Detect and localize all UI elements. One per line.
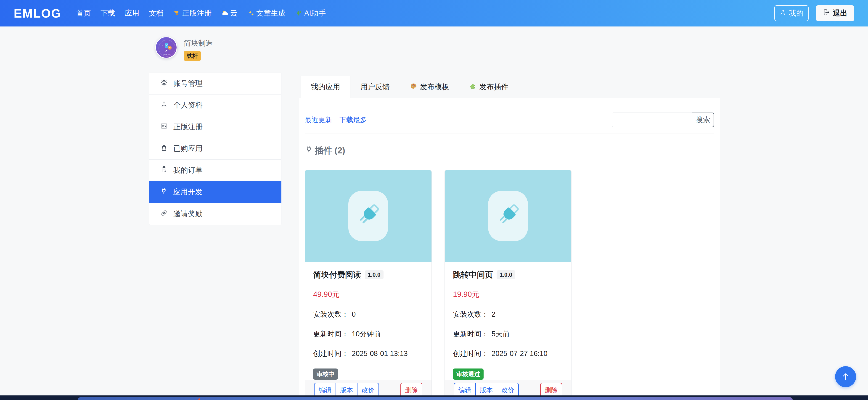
top-navbar: EMLOG 首页 下载 应用 文档 正版注册 云 文章生成 AI助手 我的 退出 — [0, 0, 868, 27]
sort-links: 最近更新 下载最多 — [305, 115, 367, 125]
plugin-price: 19.90元 — [453, 289, 563, 300]
plug-icon — [160, 187, 168, 197]
nav-item-apps[interactable]: 应用 — [125, 8, 140, 18]
plugin-card: 简块付费阅读 1.0.0 49.90元 安装次数：0 更新时间：10分钟前 创建… — [305, 170, 432, 400]
main-nav: 首页 下载 应用 文档 正版注册 云 文章生成 AI助手 — [76, 8, 326, 18]
nav-right-actions: 我的 退出 — [774, 5, 854, 21]
person-icon — [779, 9, 786, 18]
person-icon — [160, 100, 168, 110]
search-button[interactable]: 搜索 — [692, 112, 714, 127]
plugins-section-title: 插件 (2) — [305, 145, 714, 156]
plugin-price: 49.90元 — [313, 289, 423, 300]
plugin-version-badge: 1.0.0 — [497, 270, 515, 279]
site-logo[interactable]: EMLOG — [14, 6, 61, 20]
list-toolbar: 最近更新 下载最多 搜索 — [305, 112, 714, 127]
sidebar-item-invite-rewards[interactable]: 邀请奖励 — [149, 203, 281, 225]
sort-link-most-downloaded[interactable]: 下载最多 — [339, 115, 367, 125]
plugin-card-body: 简块付费阅读 1.0.0 49.90元 安装次数：0 更新时间：10分钟前 创建… — [305, 262, 432, 380]
plugin-cover-image — [305, 170, 432, 262]
username: 简块制造 — [184, 38, 213, 48]
plugin-card-body: 跳转中间页 1.0.0 19.90元 安装次数：2 更新时间：5天前 创建时间：… — [445, 262, 571, 380]
shopping-bag-icon — [160, 144, 168, 154]
logout-button[interactable]: 退出 — [816, 5, 854, 21]
nav-item-home[interactable]: 首页 — [76, 8, 91, 18]
order-list-icon — [160, 166, 168, 175]
tab-publish-template[interactable]: 发布模板 — [400, 76, 459, 98]
plug-icon — [494, 201, 522, 231]
sidebar-item-genuine-register[interactable]: 正版注册 — [149, 116, 281, 138]
plugin-name: 简块付费阅读 — [313, 269, 361, 280]
my-account-button[interactable]: 我的 — [774, 5, 809, 21]
avatar-caption: SIMBLOCK — [163, 54, 170, 56]
puzzle-icon — [469, 82, 476, 92]
plugin-created: 创建时间：2025-07-27 16:10 — [453, 349, 563, 359]
plugin-card-list: 简块付费阅读 1.0.0 49.90元 安装次数：0 更新时间：10分钟前 创建… — [305, 170, 714, 400]
plugin-installs: 安装次数：0 — [313, 309, 423, 319]
sidebar-item-account[interactable]: 账号管理 — [149, 73, 281, 95]
account-sidebar: 账号管理 个人资料 正版注册 已购应用 我的订单 应用开发 邀请奖励 — [149, 73, 281, 225]
sidebar-item-purchased-apps[interactable]: 已购应用 — [149, 138, 281, 160]
search-group: 搜索 — [612, 112, 714, 127]
search-input[interactable] — [612, 112, 692, 127]
level-badge: 铁杆 — [184, 51, 201, 61]
plugin-version-badge: 1.0.0 — [365, 270, 383, 279]
plugin-card: 跳转中间页 1.0.0 19.90元 安装次数：2 更新时间：5天前 创建时间：… — [444, 170, 571, 400]
cactus-icon — [295, 9, 303, 17]
up-arrow-icon — [841, 371, 850, 382]
tab-user-feedback[interactable]: 用户反馈 — [350, 76, 400, 98]
logout-icon — [823, 9, 830, 18]
sort-link-recent[interactable]: 最近更新 — [305, 115, 332, 125]
plugin-updated: 更新时间：10分钟前 — [313, 329, 423, 339]
main-content-panel: 我的应用 用户反馈 发布模板 发布插件 最近更新 下载最多 搜索 插件 (2) — [299, 76, 720, 400]
plugin-installs: 安装次数：2 — [453, 309, 563, 319]
tab-my-apps[interactable]: 我的应用 — [301, 76, 350, 98]
sidebar-item-app-development[interactable]: 应用开发 — [149, 181, 281, 203]
profile-info: 简块制造 铁杆 — [184, 36, 213, 61]
sparkles-icon — [247, 9, 254, 17]
plugin-name: 跳转中间页 — [453, 269, 493, 280]
content-tabs: 我的应用 用户反馈 发布模板 发布插件 — [299, 76, 720, 98]
plug-icon — [305, 145, 313, 156]
plugin-cover-image — [445, 170, 571, 262]
palette-icon — [410, 82, 417, 92]
plugin-updated: 更新时间：5天前 — [453, 329, 563, 339]
tab-panel-my-apps: 最近更新 下载最多 搜索 插件 (2) — [299, 112, 720, 400]
nav-item-cloud[interactable]: 云 — [221, 8, 238, 18]
plugin-cover-squircle — [348, 191, 388, 241]
footer-banner-bar — [78, 397, 793, 400]
trophy-icon — [173, 9, 181, 17]
plugin-cover-squircle — [488, 191, 528, 241]
user-profile-header: SIMBLOCK 简块制造 铁杆 — [155, 36, 213, 61]
sidebar-item-orders[interactable]: 我的订单 — [149, 160, 281, 181]
sun-cloud-icon — [221, 9, 228, 17]
status-badge: 审核通过 — [453, 368, 484, 380]
back-to-top-button[interactable] — [835, 366, 856, 387]
nav-item-article-gen[interactable]: 文章生成 — [247, 8, 285, 18]
status-badge: 审核中 — [313, 368, 338, 380]
gear-icon — [160, 79, 168, 88]
nav-item-ai-assistant[interactable]: AI助手 — [295, 8, 326, 18]
avatar: SIMBLOCK — [155, 36, 177, 59]
nav-item-docs[interactable]: 文档 — [149, 8, 163, 18]
tab-publish-plugin[interactable]: 发布插件 — [459, 76, 519, 98]
plug-icon — [354, 201, 382, 231]
nav-item-download[interactable]: 下载 — [100, 8, 115, 18]
sidebar-item-profile[interactable]: 个人资料 — [149, 95, 281, 116]
site-footer-strip — [0, 395, 868, 400]
link-icon — [160, 209, 168, 219]
nav-item-genuine-register[interactable]: 正版注册 — [173, 8, 212, 18]
id-card-icon — [160, 122, 168, 132]
plugin-created: 创建时间：2025-08-01 13:13 — [313, 349, 423, 359]
footer-accent-dot — [198, 398, 200, 400]
